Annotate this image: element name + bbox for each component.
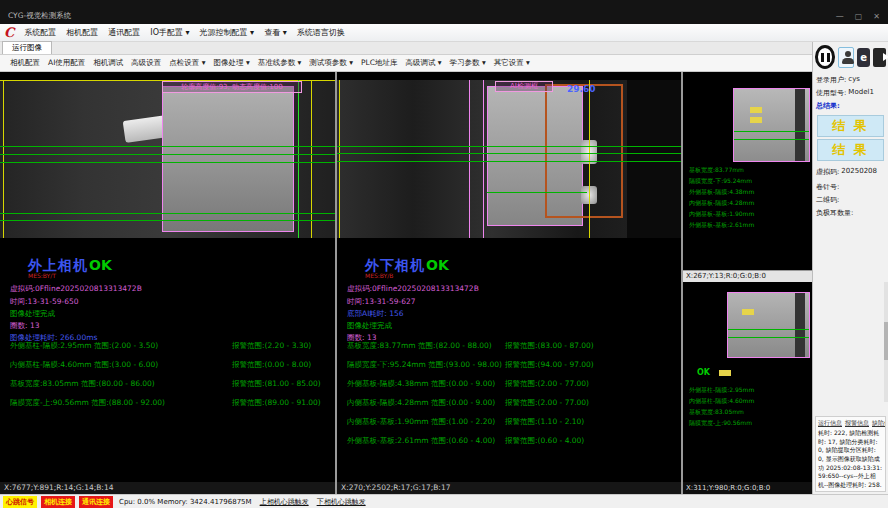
- login-user-row: 登录用户: cys: [813, 73, 888, 86]
- camera-connect-badge: 相机连接: [41, 496, 75, 508]
- lower-camera-heartbeat-trigger[interactable]: 下相机心跳触发: [317, 497, 366, 507]
- app-logo-icon: C: [4, 25, 14, 40]
- menu-light-config[interactable]: 光源控制配置 ▾: [195, 25, 260, 40]
- person-icon: [845, 51, 851, 57]
- thumbnail-view-bottom[interactable]: OK 外侧基柱-隔膜:2.95mm 内侧基柱-隔膜:4.60mm 基板宽度:83…: [683, 282, 812, 482]
- tool-other-settings[interactable]: 其它设置 ▾: [490, 56, 534, 70]
- overlay-line: [337, 146, 681, 147]
- cpu-memory-readout: Cpu: 0.0% Memory: 3424.41796875M: [119, 498, 252, 506]
- tab-run-image[interactable]: 运行图像: [2, 41, 52, 54]
- tab-alarm-info[interactable]: 报警信息: [845, 419, 869, 428]
- tool-test-params[interactable]: 测试项参数 ▾: [305, 56, 357, 70]
- annotation-mark: [750, 117, 762, 123]
- thumbnail-view-top[interactable]: 基板宽度:83.77mm 隔膜宽度-下:95.24mm 外侧基板-隔膜:4.38…: [683, 72, 812, 270]
- alarm-range: 报警范围:(2.20 - 3.30): [232, 341, 311, 360]
- measurement-row: 内侧基柱-隔膜:4.60mm 范围:(3.00 - 6.00) 报警范围:(0.…: [10, 360, 331, 379]
- measurement-row: 隔膜宽度-上:90.56mm 范围:(88.00 - 92.00) 报警范围:(…: [10, 398, 331, 417]
- tab-run-info[interactable]: 运行信息: [818, 419, 842, 428]
- lower-camera-view[interactable]: AI检测框 29.60 外下相机OK MES:BY/B 虚拟码:0Ffline2…: [337, 72, 681, 482]
- tool-baseline-params[interactable]: 基准线参数 ▾: [254, 56, 306, 70]
- tool-camera-debug[interactable]: 相机调试: [89, 56, 127, 70]
- measurement-row: 内侧基板-隔膜:4.28mm 范围:(0.00 - 9.00) 报警范围:(2.…: [347, 398, 677, 417]
- overlay-line: [0, 162, 335, 163]
- total-result-label: 总结果:: [813, 99, 888, 113]
- menu-camera-config[interactable]: 相机配置: [61, 25, 103, 40]
- mini-measurement: 内侧基柱-隔膜:4.60mm: [689, 395, 754, 406]
- close-icon[interactable]: ✕: [873, 12, 880, 21]
- tool-ai-usage-config[interactable]: AI使用配置: [44, 56, 89, 70]
- tab-defect-info[interactable]: 缺陷信息: [872, 419, 886, 428]
- user-button[interactable]: [838, 47, 854, 68]
- body-row: 运行图像 相机配置 AI使用配置 相机调试 高级设置 点检设置 ▾ 图像处理 ▾…: [0, 42, 888, 494]
- mes-status: MES:BY/B: [365, 272, 393, 279]
- tool-spot-check[interactable]: 点检设置 ▾: [165, 56, 209, 70]
- machine-dark-region: [795, 89, 805, 161]
- ai-detect-rect: [545, 84, 623, 218]
- mini-measurement-list: 外侧基柱-隔膜:2.95mm 内侧基柱-隔膜:4.60mm 基板宽度:83.05…: [689, 384, 754, 428]
- upper-camera-heartbeat-trigger[interactable]: 上相机心跳触发: [260, 497, 309, 507]
- ai-elapsed: 底部AI耗时: 156: [347, 309, 404, 319]
- overlay-line: [734, 139, 809, 140]
- tool-learning-params[interactable]: 学习参数 ▾: [446, 56, 490, 70]
- panel-scrollbar[interactable]: [884, 282, 888, 402]
- overlay-line: [469, 80, 470, 238]
- menu-comm-config[interactable]: 通讯配置: [103, 25, 145, 40]
- measurement-row: 隔膜宽度-下:95.24mm 范围:(93.00 - 98.00) 报警范围:(…: [347, 360, 677, 379]
- processing-done: 图像处理完成: [10, 309, 55, 319]
- alarm-range: 报警范围:(83.00 - 87.00): [505, 341, 594, 360]
- tool-camera-config[interactable]: 相机配置: [6, 56, 44, 70]
- status-bar: 心跳信号 相机连接 通讯连接 Cpu: 0.0% Memory: 3424.41…: [0, 494, 888, 508]
- overlay-line: [0, 146, 335, 147]
- scrollbar-thumb[interactable]: [884, 322, 888, 360]
- control-panel: e 登录用户: cys 使用型号: Model1 总结果: 结 果 结 果 虚拟…: [812, 42, 888, 494]
- virtual-code-value: 20250208: [841, 167, 877, 177]
- alarm-range: 报警范围:(2.00 - 77.00): [505, 398, 589, 417]
- result-ok-badge: OK: [426, 257, 449, 273]
- log-text: 耗时: 222, 缺陷检测耗时: 17, 缺陷分类耗时: 0, 缺陷提取分区耗时…: [818, 429, 883, 492]
- minimize-icon[interactable]: —: [836, 12, 844, 21]
- thumbnail-column: 基板宽度:83.77mm 隔膜宽度-下:95.24mm 外侧基板-隔膜:4.38…: [683, 72, 812, 494]
- overlay-line: [337, 153, 681, 154]
- tool-image-processing[interactable]: 图像处理 ▾: [210, 56, 254, 70]
- heartbeat-status-badge: 心跳信号: [3, 496, 37, 508]
- tool-advanced-debug[interactable]: 高级调试 ▾: [401, 56, 445, 70]
- menu-view[interactable]: 查看 ▾: [259, 25, 292, 40]
- annotation-mark: [742, 309, 754, 315]
- cell-region: [162, 86, 294, 232]
- person-icon: [842, 58, 854, 64]
- window-title: CYG-视觉检测系统: [8, 11, 71, 21]
- virtual-code: 虚拟码:0Ffline2025020813313472B: [347, 284, 479, 294]
- mini-measurement: 基板宽度:83.77mm: [689, 164, 754, 175]
- left-stack: 运行图像 相机配置 AI使用配置 相机调试 高级设置 点检设置 ▾ 图像处理 ▾…: [0, 42, 812, 494]
- pause-button[interactable]: [815, 45, 835, 69]
- login-user-label: 登录用户:: [816, 75, 846, 85]
- menu-system-config[interactable]: 系统配置: [19, 25, 61, 40]
- mes-status: MES:BY/T: [28, 272, 56, 279]
- menu-io-config[interactable]: IO手配置 ▾: [145, 25, 194, 40]
- tool-plc-address[interactable]: PLC地址库: [357, 56, 401, 70]
- e-icon: e: [860, 52, 867, 63]
- menu-bar: C 系统配置 相机配置 通讯配置 IO手配置 ▾ 光源控制配置 ▾ 查看 ▾ 系…: [0, 24, 888, 42]
- overlay-line: [0, 154, 335, 155]
- upper-camera-view[interactable]: 轮廓高度值:93, 动态高度值:100 外上相机OK MES:BY/T 虚拟码:…: [0, 72, 335, 482]
- tool-advanced-settings[interactable]: 高级设置: [127, 56, 165, 70]
- measurement-row: 基板宽度:83.77mm 范围:(82.00 - 88.00) 报警范围:(83…: [347, 341, 677, 360]
- measurement-row: 外侧基板-基板:2.61mm 范围:(0.60 - 4.00) 报警范围:(0.…: [347, 436, 677, 455]
- negative-tab-count-label: 负极耳数量:: [813, 205, 888, 218]
- model-row: 使用型号: Model1: [813, 86, 888, 99]
- thumbnail-image: [733, 88, 810, 162]
- menu-language-switch[interactable]: 系统语言切换: [292, 25, 350, 40]
- exit-button[interactable]: [873, 48, 886, 67]
- e-app-button[interactable]: e: [857, 48, 871, 67]
- mini-measurement-list: 基板宽度:83.77mm 隔膜宽度-下:95.24mm 外侧基板-隔膜:4.38…: [689, 164, 754, 230]
- measurement-value: 内侧基柱-隔膜:4.60mm 范围:(3.00 - 6.00): [10, 360, 232, 379]
- measurement-value: 外侧基板-隔膜:4.38mm 范围:(0.00 - 9.00): [347, 379, 505, 398]
- overlay-line: [728, 337, 809, 338]
- pixel-coords-readout: X:267;Y:13;R:0;G:0;B:0: [683, 270, 812, 282]
- mini-measurement: 内侧基板-隔膜:4.28mm: [689, 197, 754, 208]
- machine-dark-region: [627, 80, 681, 238]
- maximize-icon[interactable]: ▢: [855, 12, 863, 21]
- mini-measurement: 隔膜宽度-上:90.56mm: [689, 417, 754, 428]
- measurement-list: 外侧基柱-隔膜:2.95mm 范围:(2.00 - 3.50) 报警范围:(2.…: [10, 341, 331, 417]
- alarm-range: 报警范围:(0.00 - 8.00): [232, 360, 311, 379]
